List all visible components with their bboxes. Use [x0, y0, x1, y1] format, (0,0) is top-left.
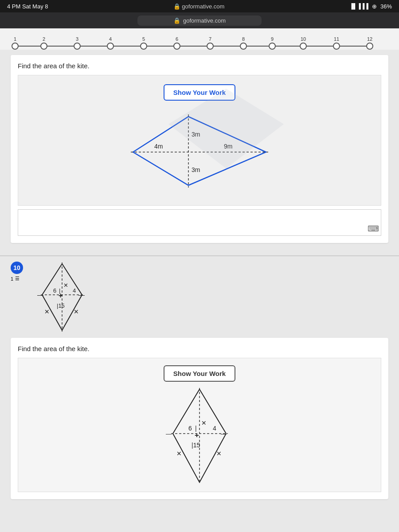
- svg-text:4: 4: [73, 287, 76, 294]
- svg-text:✕: ✕: [176, 450, 182, 457]
- svg-text:3: 3: [76, 36, 78, 42]
- show-your-work-button-q10[interactable]: Show Your Work: [164, 365, 235, 382]
- svg-text:+: +: [195, 431, 199, 439]
- wifi-icon: ⊕: [372, 3, 377, 10]
- url-center: 🔒 goformative.com: [173, 3, 225, 10]
- browser-bar: 🔒 goformative.com: [0, 12, 399, 28]
- svg-text:12: 12: [367, 36, 372, 42]
- number-line-nav: 1 2 3 4 5 6 7 8 9 10: [7, 34, 392, 50]
- svg-text:4: 4: [213, 425, 216, 432]
- url-text: goformative.com: [183, 17, 226, 24]
- svg-text:—: —: [37, 291, 43, 298]
- svg-point-19: [300, 43, 306, 49]
- url-bar[interactable]: 🔒 goformative.com: [137, 16, 262, 26]
- question10-label: Find the area of the kite.: [18, 345, 381, 352]
- svg-text:6: 6: [188, 425, 192, 432]
- svg-text:✕: ✕: [216, 450, 222, 457]
- status-icons: ▐▌▐▐▐ ⊕ 36%: [349, 3, 392, 10]
- question10-card: Find the area of the kite. Show Your Wor…: [11, 338, 388, 499]
- keyboard-icon: ⌨: [368, 224, 379, 234]
- question10-left: 10 1 ☰: [11, 262, 23, 285]
- svg-text:2: 2: [43, 36, 45, 42]
- signal-icon: ▐▌▐▐▐: [349, 3, 368, 9]
- svg-text:✕: ✕: [63, 282, 68, 289]
- svg-point-23: [367, 43, 373, 49]
- question9-card: Find the area of the kite. Show Your Wor…: [11, 55, 388, 243]
- svg-point-9: [141, 43, 147, 49]
- q10-header: 10 1 ☰ 6: [11, 262, 388, 334]
- svg-text:✕: ✕: [201, 419, 207, 426]
- svg-text:6: 6: [53, 287, 56, 294]
- svg-point-17: [269, 43, 275, 49]
- list-icon: ☰: [15, 276, 20, 282]
- svg-text:7: 7: [209, 36, 211, 42]
- status-bar: 4 PM Sat May 8 🔒 goformative.com ▐▌▐▐▐ ⊕…: [0, 0, 399, 12]
- question9-label: Find the area of the kite.: [18, 62, 381, 70]
- time-label: 4 PM Sat May 8: [7, 3, 48, 10]
- svg-text:+: +: [59, 292, 63, 299]
- question9-diagram-area: Show Your Work 4m 3m: [18, 75, 381, 206]
- status-time: 4 PM Sat May 8: [7, 3, 48, 10]
- battery-label: 36%: [380, 3, 392, 10]
- number-line-svg: 1 2 3 4 5 6 7 8 9 10: [11, 34, 374, 50]
- question10-small-kite: 6 | ✕ 4 + |15 ✕ ✕ — —: [27, 262, 98, 334]
- tab-bar: 1 2 3 4 5 6 7 8 9 10: [0, 28, 399, 50]
- svg-text:|15: |15: [57, 302, 65, 309]
- svg-text:5: 5: [142, 36, 145, 42]
- sub-number: 1: [11, 276, 13, 282]
- svg-text:✕: ✕: [74, 308, 79, 315]
- svg-text:—: —: [166, 430, 172, 437]
- svg-marker-25: [168, 89, 284, 168]
- svg-point-7: [107, 43, 113, 49]
- question10-section: 10 1 ☰ 6: [0, 256, 399, 499]
- svg-text:9: 9: [271, 36, 274, 42]
- svg-text:—: —: [221, 430, 227, 437]
- bg-kite: [160, 84, 293, 175]
- svg-text:6: 6: [176, 36, 178, 42]
- svg-point-21: [333, 43, 340, 49]
- svg-point-13: [207, 43, 213, 49]
- svg-point-5: [74, 43, 80, 49]
- svg-text:8: 8: [242, 36, 245, 42]
- svg-text:11: 11: [334, 36, 339, 42]
- question9-section: Find the area of the kite. Show Your Wor…: [0, 50, 399, 255]
- main-content: Find the area of the kite. Show Your Wor…: [0, 50, 399, 532]
- question10-badge: 10: [11, 262, 23, 274]
- q10-small-kite-svg: 6 | ✕ 4 + |15 ✕ ✕ — —: [27, 262, 98, 332]
- svg-text:✕: ✕: [44, 308, 50, 315]
- question9-answer-area[interactable]: ⌨: [18, 209, 381, 236]
- svg-point-3: [41, 43, 47, 49]
- q10-work-kite-svg: 6 | ✕ 4 + |15 ✕ ✕ — —: [151, 387, 248, 485]
- svg-point-1: [12, 43, 18, 49]
- svg-text:|15: |15: [192, 442, 200, 449]
- question10-diagram-area: Show Your Work 6 | ✕ 4 + |15 ✕: [18, 358, 381, 492]
- svg-text:1: 1: [14, 36, 16, 42]
- svg-text:—: —: [78, 291, 85, 298]
- svg-text:10: 10: [301, 36, 306, 42]
- svg-text:4: 4: [109, 36, 112, 42]
- q10-sub-info: 1 ☰: [11, 276, 23, 282]
- svg-point-15: [240, 43, 246, 49]
- lock-icon: 🔒: [173, 17, 180, 24]
- svg-point-11: [174, 43, 180, 49]
